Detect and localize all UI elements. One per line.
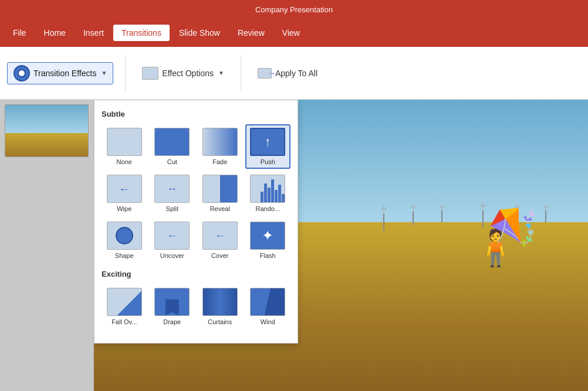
effect-options-button[interactable]: Effect Options ▼: [137, 64, 229, 82]
turbine-blades-3: ✛: [440, 204, 444, 210]
app-title: Company Presentation: [255, 5, 333, 14]
cover-arrow-icon: [215, 230, 225, 242]
exciting-effects-grid: Fall Ov... Drape Curtains: [102, 284, 290, 329]
effect-fallover[interactable]: Fall Ov...: [102, 284, 147, 329]
turbine-6: ✛: [543, 204, 548, 222]
effect-label-cover: Cover: [211, 252, 228, 259]
random-lines: [261, 175, 285, 202]
menu-bar: File Home Insert Transitions Slide Show …: [0, 19, 588, 47]
ribbon-separator-2: [241, 56, 241, 91]
flash-star-icon: ✦: [262, 227, 273, 244]
transition-effects-icon: [13, 65, 30, 81]
effect-label-cut: Cut: [167, 158, 177, 165]
effect-label-none: None: [117, 158, 132, 165]
effect-options-label: Effect Options: [162, 69, 214, 78]
slide-thumbnail-1[interactable]: [5, 104, 89, 157]
effect-random[interactable]: Rando...: [245, 171, 291, 216]
subtle-effects-grid: None Cut Fade Push: [102, 124, 290, 263]
effect-label-curtains: Curtains: [208, 318, 232, 325]
transition-effects-label: Transition Effects: [33, 69, 96, 78]
menu-review[interactable]: Review: [229, 25, 273, 41]
menu-home[interactable]: Home: [36, 25, 74, 41]
effect-label-wind: Wind: [261, 318, 275, 325]
effect-label-fallover: Fall Ov...: [111, 318, 137, 325]
effect-thumb-cover: [202, 222, 238, 250]
subtle-section-label: Subtle: [102, 110, 290, 118]
menu-transitions[interactable]: Transitions: [113, 25, 170, 41]
effect-label-shape: Shape: [115, 252, 134, 259]
effect-split[interactable]: Split: [150, 171, 195, 216]
effect-thumb-fade: [202, 128, 238, 156]
effect-thumb-cut: [154, 128, 190, 156]
apply-to-all-icon: →: [258, 68, 272, 79]
effect-label-drape: Drape: [163, 318, 181, 325]
drape-fold: [165, 299, 179, 315]
push-arrow-icon: [265, 134, 271, 149]
turbine-blades-6: ✛: [543, 204, 548, 210]
menu-slideshow[interactable]: Slide Show: [171, 25, 228, 41]
effect-cut[interactable]: Cut: [150, 124, 195, 169]
apply-to-all-button[interactable]: → Apply To All: [253, 66, 322, 81]
effect-push[interactable]: Push: [245, 124, 291, 169]
effect-label-fade: Fade: [212, 158, 227, 165]
effect-curtains[interactable]: Curtains: [197, 284, 243, 329]
slide-panel: [0, 100, 94, 391]
turbine-blades-2: ✛: [410, 203, 416, 211]
effect-thumb-push: [250, 128, 285, 156]
turbine-2: ✛: [410, 203, 416, 225]
exciting-section-label: Exciting: [102, 270, 290, 278]
wipe-arrow-icon: [119, 182, 130, 196]
effect-options-icon: [142, 67, 158, 80]
effect-thumb-drape: [154, 288, 190, 316]
transition-effects-button[interactable]: Transition Effects ▼: [7, 62, 113, 84]
effect-thumb-uncover: [154, 222, 190, 250]
effect-thumb-curtains: [202, 288, 238, 316]
ribbon: Transition Effects ▼ Effect Options ▼ → …: [0, 47, 588, 100]
effect-thumb-wind: [250, 288, 285, 316]
shape-circle-icon: [116, 227, 133, 244]
effect-thumb-fallover: [107, 288, 142, 316]
slide-view: ✛ ✛ ✛ ✛ ✛ ✛ 🧍 🪁 Subtle: [94, 100, 588, 391]
effect-wipe[interactable]: Wipe: [102, 171, 147, 216]
effect-thumb-wipe: [107, 175, 142, 203]
main-area: ✛ ✛ ✛ ✛ ✛ ✛ 🧍 🪁 Subtle: [0, 100, 588, 391]
split-arrows-icon: [167, 183, 177, 195]
effect-thumb-shape: [107, 222, 142, 250]
turbine-3: ✛: [440, 204, 444, 222]
effect-thumb-reveal: [202, 175, 238, 203]
effect-thumb-random: [250, 175, 285, 203]
curtain-right: [220, 288, 237, 315]
wind-fold: [264, 288, 285, 315]
effect-uncover[interactable]: Uncover: [150, 218, 195, 263]
effect-cover[interactable]: Cover: [197, 218, 243, 263]
turbine-1: ✛: [380, 204, 387, 231]
title-bar: Company Presentation: [0, 0, 588, 19]
menu-insert[interactable]: Insert: [75, 25, 112, 41]
turbine-blades-1: ✛: [380, 204, 387, 213]
effect-wind[interactable]: Wind: [245, 284, 291, 329]
effect-none[interactable]: None: [102, 124, 147, 169]
effect-label-random: Rando...: [255, 205, 280, 212]
curtain-left: [203, 288, 220, 315]
effect-label-split: Split: [166, 205, 178, 212]
effect-label-wipe: Wipe: [117, 205, 131, 212]
effect-thumb-flash: ✦: [250, 222, 285, 250]
transition-effects-dropdown: Subtle None Cut Fade: [94, 100, 298, 344]
effect-fade[interactable]: Fade: [197, 124, 243, 169]
effect-thumb-none: [107, 128, 142, 156]
ribbon-separator-1: [125, 56, 126, 91]
effect-shape[interactable]: Shape: [102, 218, 147, 263]
effect-label-reveal: Reveal: [210, 205, 230, 212]
menu-file[interactable]: File: [5, 25, 35, 41]
effect-drape[interactable]: Drape: [150, 284, 195, 329]
effect-label-flash: Flash: [260, 252, 276, 259]
effect-reveal[interactable]: Reveal: [197, 171, 243, 216]
menu-view[interactable]: View: [274, 25, 308, 41]
chevron-down-icon-2: ▼: [218, 70, 224, 76]
apply-to-all-label: Apply To All: [275, 69, 317, 78]
turbine-blades-4: ✛: [479, 201, 486, 210]
effect-label-uncover: Uncover: [160, 252, 184, 259]
chevron-down-icon: ▼: [101, 70, 107, 76]
uncover-arrow-icon: [167, 230, 177, 242]
effect-flash[interactable]: ✦ Flash: [245, 218, 291, 263]
